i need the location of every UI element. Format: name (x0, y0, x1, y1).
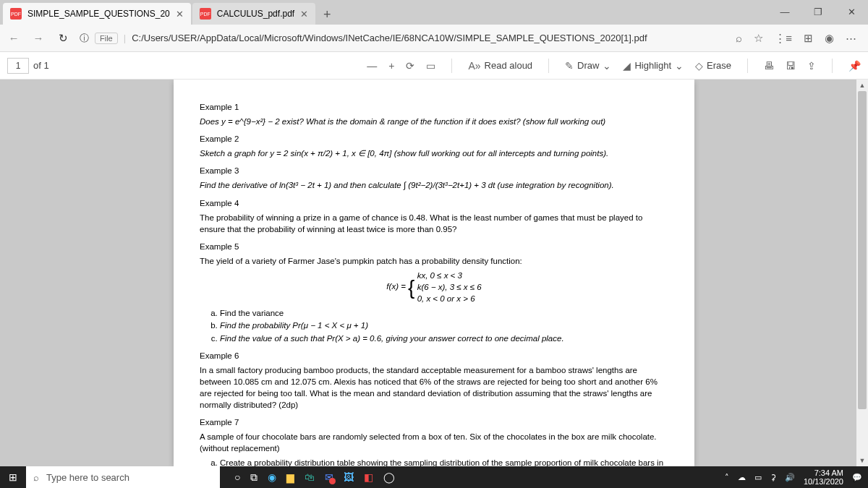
heading: Example 4 (200, 197, 668, 209)
body-text: Does y = e^{9−x²} − 2 exist? What is the… (200, 116, 668, 127)
highlight-button[interactable]: ◢Highlight⌄ (623, 60, 684, 72)
pin-button[interactable]: 📌 (848, 60, 861, 72)
rotate-button[interactable]: ⟳ (406, 60, 414, 72)
battery-icon[interactable]: ▭ (754, 473, 762, 482)
photos-icon[interactable]: 🖼 (344, 471, 354, 483)
close-icon[interactable]: ✕ (300, 9, 308, 20)
separator: | (124, 33, 126, 43)
edge-icon[interactable]: ◉ (268, 471, 276, 483)
url-text: C:/Users/USER/AppData/Local/Microsoft/Wi… (132, 33, 647, 43)
url-field[interactable]: ⓘ File | C:/Users/USER/AppData/Local/Mic… (80, 32, 727, 45)
body-text: The yield of a variety of Farmer Jase's … (200, 255, 668, 267)
scroll-up-icon[interactable]: ▲ (856, 80, 868, 91)
eraser-icon: ◇ (695, 60, 703, 72)
info-icon: ⓘ (80, 32, 89, 45)
list-item: Find the variance (220, 307, 668, 319)
tab-label: SIMPLE_SAMPLE_QUESTIONS_20 (27, 9, 170, 19)
body-text: Sketch a graph for y = 2 sin(x + π/2) + … (200, 147, 668, 159)
tab-label: CALCULUS_pdf.pdf (217, 9, 294, 19)
menu-icon[interactable]: ⋯ (846, 32, 856, 45)
heading: Example 5 (200, 241, 668, 252)
clock[interactable]: 7:34 AM 10/13/2020 (804, 468, 843, 486)
pdf-viewport: Example 1 Does y = e^{9−x²} − 2 exist? W… (0, 80, 868, 466)
draw-button[interactable]: ✎Draw⌄ (565, 60, 611, 72)
erase-button[interactable]: ◇Erase (695, 60, 731, 72)
refresh-button[interactable]: ↻ (55, 32, 71, 45)
pdf-page: Example 1 Does y = e^{9−x²} − 2 exist? W… (174, 80, 694, 466)
office-icon[interactable]: ◧ (364, 471, 373, 483)
extensions-icon[interactable]: ⊞ (804, 32, 813, 45)
chrome-icon[interactable]: ◯ (383, 471, 395, 483)
maximize-button[interactable]: ❐ (801, 0, 835, 23)
ordered-list: Create a probability distribution table … (220, 457, 668, 466)
time: 7:34 AM (804, 468, 843, 477)
ordered-list: Find the variance Find the probability P… (220, 307, 668, 343)
list-item: Find the value of a such that Pr(X > a) … (220, 333, 668, 344)
forward-button[interactable]: → (30, 32, 46, 44)
pen-icon: ✎ (565, 60, 574, 72)
heading: Example 1 (200, 101, 668, 113)
taskbar: ⊞ ⌕ Type here to search ○ ⧉ ◉ ▆ 🛍 ✉ 🖼 ◧ … (0, 466, 868, 488)
collections-icon[interactable]: ⋮≡ (775, 32, 792, 45)
page-total: of 1 (33, 60, 49, 71)
equation: f(x) = { kx, 0 ≤ x < 3 k(6 − x), 3 ≤ x ≤… (200, 270, 668, 304)
tray-chevron-icon[interactable]: ˄ (725, 473, 729, 482)
vertical-scrollbar[interactable]: ▲ ▼ (856, 80, 868, 466)
address-bar: ← → ↻ ⓘ File | C:/Users/USER/AppData/Loc… (0, 25, 868, 52)
taskbar-search[interactable]: ⌕ Type here to search (26, 466, 220, 488)
scrollbar-thumb[interactable] (858, 91, 867, 409)
task-view-icon[interactable]: ⧉ (250, 471, 258, 484)
save-button[interactable]: 🖫 (786, 60, 796, 72)
store-icon[interactable]: 🛍 (305, 471, 315, 483)
heading: Example 6 (200, 350, 668, 361)
heading: Example 3 (200, 165, 668, 176)
new-tab-button[interactable]: + (317, 4, 337, 25)
close-window-button[interactable]: ✕ (835, 0, 868, 23)
pdf-toolbar: 1 of 1 — + ⟳ ▭ A»Read aloud ✎Draw⌄ ◢High… (0, 52, 868, 80)
speaker-icon: A» (468, 60, 480, 72)
volume-icon[interactable]: 🔊 (785, 473, 795, 482)
heading: Example 7 (200, 416, 668, 428)
profile-icon[interactable]: ◉ (825, 32, 834, 45)
zoom-in-button[interactable]: + (388, 60, 394, 72)
cortana-icon[interactable]: ○ (234, 471, 240, 483)
body-text: A sample of four chocolate bars are rand… (200, 431, 668, 454)
close-icon[interactable]: ✕ (176, 9, 184, 20)
search-placeholder: Type here to search (46, 472, 129, 483)
favorite-icon[interactable]: ☆ (754, 32, 763, 45)
minimize-button[interactable]: — (768, 0, 801, 23)
wifi-icon[interactable]: ⚳ (770, 473, 776, 482)
search-icon[interactable]: ⌕ (736, 32, 742, 44)
list-item: Find the probability Pr(μ − 1 < X < μ + … (220, 320, 668, 331)
print-button[interactable]: 🖶 (764, 60, 774, 72)
scroll-down-icon[interactable]: ▼ (856, 455, 868, 466)
share-button[interactable]: ⇪ (807, 60, 816, 72)
list-item: Create a probability distribution table … (220, 457, 668, 466)
zoom-out-button[interactable]: — (367, 60, 377, 72)
date: 10/13/2020 (804, 477, 843, 486)
tab-strip: PDF SIMPLE_SAMPLE_QUESTIONS_20 ✕ PDF CAL… (0, 0, 868, 25)
search-icon: ⌕ (33, 472, 39, 483)
pdf-icon: PDF (200, 8, 211, 20)
read-aloud-button[interactable]: A»Read aloud (468, 60, 532, 72)
onedrive-icon[interactable]: ☁ (738, 473, 746, 482)
chevron-down-icon: ⌄ (675, 60, 684, 72)
body-text: In a small factory producing bamboo prod… (200, 364, 668, 411)
heading: Example 2 (200, 133, 668, 145)
file-tag: File (95, 33, 118, 44)
chevron-down-icon: ⌄ (603, 60, 611, 72)
highlighter-icon: ◢ (623, 60, 631, 72)
tab-active[interactable]: PDF SIMPLE_SAMPLE_QUESTIONS_20 ✕ (3, 3, 191, 25)
body-text: The probability of winning a prize in a … (200, 212, 668, 235)
fit-page-button[interactable]: ▭ (426, 60, 435, 72)
tab-inactive[interactable]: PDF CALCULUS_pdf.pdf ✕ (192, 3, 315, 25)
explorer-icon[interactable]: ▆ (286, 471, 294, 483)
body-text: Find the derivative of ln(3t³ − 2t + 1) … (200, 179, 668, 191)
back-button[interactable]: ← (6, 32, 22, 44)
pdf-icon: PDF (10, 8, 22, 20)
mail-icon[interactable]: ✉ (325, 471, 333, 483)
notifications-icon[interactable]: 💬 (852, 473, 862, 482)
start-button[interactable]: ⊞ (0, 471, 26, 483)
page-number-input[interactable]: 1 (7, 58, 29, 74)
